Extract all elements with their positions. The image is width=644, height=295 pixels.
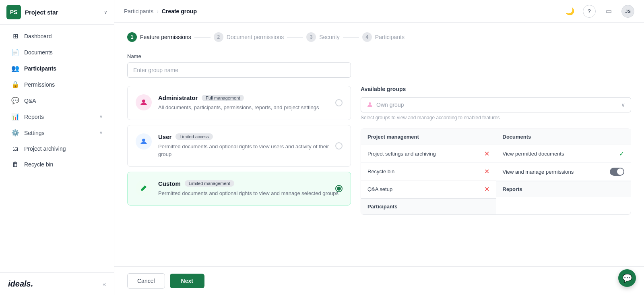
brand-logo: ideals.: [8, 279, 33, 289]
admin-role-info: Administrator Full management All docume…: [158, 94, 343, 112]
custom-role-badge: Limited management: [185, 180, 234, 187]
sidebar-item-project-archiving[interactable]: 🗂 Project archiving: [3, 141, 111, 156]
step-3-num: 3: [306, 32, 316, 42]
step-4: 4 Participants: [362, 32, 405, 42]
name-label: Name: [127, 53, 631, 59]
cancel-button[interactable]: Cancel: [127, 273, 165, 289]
step-4-num: 4: [362, 32, 372, 42]
footer: Cancel Next: [114, 266, 644, 295]
topbar-actions: 🌙 ? ▭ JS: [564, 5, 634, 18]
user-avatar[interactable]: JS: [621, 5, 634, 18]
perm-label: Q&A setup: [367, 186, 392, 192]
sidebar-item-label: Reports: [24, 114, 44, 120]
sidebar-item-documents[interactable]: 📄 Documents: [3, 44, 111, 60]
sidebar-item-label: Participants: [24, 65, 56, 72]
role-card-user[interactable]: User Limited access Permitted documents …: [127, 125, 351, 167]
reports-chevron-icon: ∨: [99, 114, 103, 119]
sidebar-logo: PS: [6, 5, 21, 19]
role-card-custom[interactable]: Custom Limited management Permitted docu…: [127, 172, 351, 206]
tablet-view-button[interactable]: ▭: [602, 5, 615, 18]
custom-role-icon: [136, 180, 152, 196]
sidebar-item-settings[interactable]: ⚙️ Settings ∨: [3, 125, 111, 141]
toggle-knob: [617, 168, 623, 175]
role-card-administrator[interactable]: Administrator Full management All docume…: [127, 86, 351, 120]
custom-role-desc: Permitted documents and optional rights …: [158, 189, 343, 197]
custom-radio[interactable]: [335, 185, 343, 192]
sidebar-item-label: Project archiving: [24, 145, 66, 152]
admin-radio-outer: [335, 99, 343, 106]
permissions-section: Available groups Own group ∨ Select grou…: [361, 86, 631, 215]
permissions-icon: 🔒: [11, 81, 19, 88]
sidebar-item-recycle-bin[interactable]: 🗑 Recycle bin: [3, 157, 111, 172]
available-groups-title: Available groups: [361, 86, 631, 92]
step-1: 1 Feature permissions: [127, 32, 191, 42]
user-role-info: User Limited access Permitted documents …: [158, 133, 343, 158]
group-select-label: Own group: [376, 102, 404, 108]
perm-row-view-docs: View permitted documents ✓: [496, 145, 631, 163]
sidebar-footer: ideals. «: [0, 272, 114, 295]
custom-radio-outer: [335, 185, 343, 192]
sidebar: PS Project star ∨ ⊞ Dashboard 📄 Document…: [0, 0, 114, 295]
sidebar-item-participants[interactable]: 👥 Participants: [3, 60, 111, 76]
roles-section: Administrator Full management All docume…: [127, 86, 351, 215]
settings-icon: ⚙️: [11, 129, 19, 137]
topbar: Participants › Create group 🌙 ? ▭ JS: [114, 0, 644, 23]
qa-icon: 💬: [11, 97, 19, 104]
perm-denied-icon: ✕: [484, 150, 489, 158]
step-divider-3: [343, 37, 359, 37]
user-radio[interactable]: [335, 142, 343, 150]
next-button[interactable]: Next: [170, 274, 204, 288]
page-content: 1 Feature permissions 2 Document permiss…: [114, 23, 644, 266]
sidebar-item-qa[interactable]: 💬 Q&A: [3, 93, 111, 108]
sidebar-item-permissions[interactable]: 🔒 Permissions: [3, 77, 111, 92]
step-3: 3 Security: [306, 32, 340, 42]
sidebar-item-label: Settings: [24, 130, 45, 136]
perm-row-qa-setup: Q&A setup ✕: [361, 181, 496, 198]
manage-permissions-toggle[interactable]: [610, 168, 624, 176]
sidebar-nav: ⊞ Dashboard 📄 Documents 👥 Participants 🔒…: [0, 25, 114, 272]
group-select-chevron-icon: ∨: [621, 102, 625, 108]
user-role-desc: Permitted documents and optional rights …: [158, 143, 343, 158]
sidebar-item-label: Documents: [24, 49, 53, 56]
svg-point-2: [369, 102, 371, 105]
svg-point-1: [142, 139, 145, 142]
sidebar-item-reports[interactable]: 📊 Reports ∨: [3, 109, 111, 125]
chat-button[interactable]: 💬: [618, 269, 636, 287]
admin-radio[interactable]: [335, 99, 343, 106]
step-1-label: Feature permissions: [140, 34, 191, 40]
group-select-value: Own group: [367, 102, 404, 108]
help-button[interactable]: ?: [583, 5, 596, 18]
admin-role-name: Administrator: [158, 94, 198, 101]
form-body: Administrator Full management All docume…: [127, 86, 631, 215]
custom-radio-inner: [337, 187, 341, 191]
main-content: Participants › Create group 🌙 ? ▭ JS 1 F…: [114, 0, 644, 295]
project-management-header: Project management: [361, 129, 496, 145]
stepper: 1 Feature permissions 2 Document permiss…: [127, 32, 631, 42]
sidebar-item-label: Q&A: [24, 98, 36, 104]
sidebar-header[interactable]: PS Project star ∨: [0, 0, 114, 25]
perm-label: Recycle bin: [367, 168, 394, 175]
available-groups-panel: Available groups Own group ∨ Select grou…: [361, 86, 631, 120]
group-select-dropdown[interactable]: Own group ∨: [361, 97, 631, 112]
sidebar-chevron-icon: ∨: [104, 9, 107, 15]
dashboard-icon: ⊞: [11, 32, 19, 40]
admin-title-row: Administrator Full management: [158, 94, 343, 101]
dark-mode-button[interactable]: 🌙: [564, 5, 576, 18]
sidebar-item-label: Dashboard: [24, 33, 52, 39]
sidebar-item-dashboard[interactable]: ⊞ Dashboard: [3, 28, 111, 44]
project-management-section: Project management Project settings and …: [361, 129, 496, 215]
breadcrumb: Participants › Create group: [124, 8, 197, 15]
recycle-bin-icon: 🗑: [11, 161, 19, 168]
sidebar-collapse-button[interactable]: «: [103, 281, 106, 287]
group-name-input[interactable]: [127, 62, 351, 78]
step-2-num: 2: [214, 32, 223, 42]
user-role-icon: [136, 133, 152, 150]
documents-section: Documents View permitted documents ✓ Vie…: [496, 129, 632, 215]
sidebar-item-label: Permissions: [24, 81, 55, 88]
breadcrumb-parent[interactable]: Participants: [124, 8, 153, 15]
perm-allowed-icon: ✓: [619, 150, 624, 158]
step-2: 2 Document permissions: [214, 32, 284, 42]
documents-icon: 📄: [11, 48, 19, 56]
documents-header: Documents: [496, 129, 631, 145]
breadcrumb-current: Create group: [162, 8, 197, 15]
